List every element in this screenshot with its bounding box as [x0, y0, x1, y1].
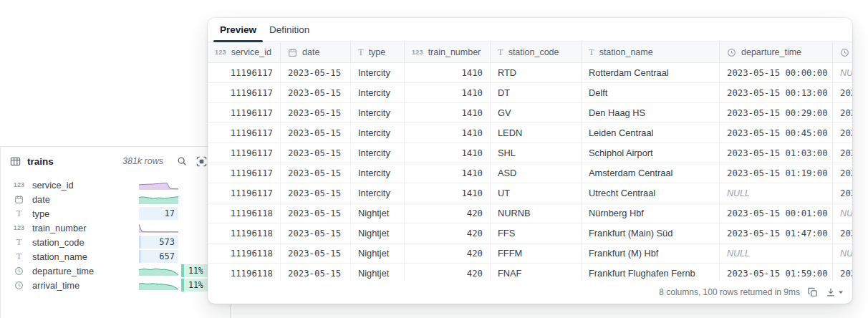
focus-table-icon[interactable]	[196, 156, 207, 167]
column-header-service_id[interactable]: 123service_id	[208, 42, 281, 62]
cell-station_name[interactable]: Den Haag HS	[582, 103, 720, 122]
cell-station_name[interactable]: Frankfurt (M) Hbf	[582, 244, 720, 263]
cell-date[interactable]: 2023-05-15	[281, 83, 351, 102]
cell-type[interactable]: Intercity	[351, 103, 405, 122]
sidebar-column-departure_time[interactable]: departure_time11%	[1, 264, 216, 278]
cell-date[interactable]: 2023-05-15	[281, 223, 351, 243]
cell-arrival_time[interactable]: NULL	[833, 63, 852, 82]
tab-definition[interactable]: Definition	[263, 18, 316, 42]
cell-type[interactable]: Nightjet	[351, 203, 405, 223]
cell-station_code[interactable]: LEDN	[491, 123, 582, 143]
cell-departure_time[interactable]: NULL	[720, 183, 833, 203]
cell-departure_time[interactable]: 2023-05-15 00:45:00	[720, 123, 833, 143]
cell-service_id[interactable]: 11196118	[208, 223, 281, 243]
sidebar-column-train_number[interactable]: 123train_number	[1, 221, 216, 235]
cell-type[interactable]: Intercity	[351, 63, 405, 82]
cell-station_name[interactable]: Amsterdam Centraal	[582, 163, 720, 183]
cell-date[interactable]: 2023-05-15	[281, 264, 351, 281]
cell-date[interactable]: 2023-05-15	[281, 244, 351, 263]
cell-departure_time[interactable]: 2023-05-15 01:19:00	[720, 163, 833, 183]
cell-service_id[interactable]: 11196117	[208, 83, 281, 102]
cell-date[interactable]: 2023-05-15	[281, 63, 351, 82]
cell-station_code[interactable]: UT	[491, 183, 582, 203]
cell-type[interactable]: Nightjet	[351, 244, 405, 263]
cell-service_id[interactable]: 11196118	[208, 203, 281, 223]
cell-train_number[interactable]: 1410	[405, 183, 491, 203]
cell-service_id[interactable]: 11196117	[208, 183, 281, 203]
cell-date[interactable]: 2023-05-15	[281, 163, 351, 183]
cell-type[interactable]: Intercity	[351, 83, 405, 102]
cell-type[interactable]: Nightjet	[351, 223, 405, 243]
cell-station_name[interactable]: Leiden Centraal	[582, 123, 720, 143]
cell-station_code[interactable]: ASD	[491, 163, 582, 183]
column-header-station_code[interactable]: Tstation_code	[491, 42, 582, 62]
cell-station_code[interactable]: FNAF	[491, 264, 582, 281]
cell-train_number[interactable]: 420	[405, 223, 491, 243]
cell-station_name[interactable]: Delft	[582, 83, 720, 102]
cell-station_name[interactable]: Frankfurt Flughafen Fernb	[582, 264, 720, 281]
search-icon[interactable]	[177, 156, 187, 166]
cell-train_number[interactable]: 420	[405, 203, 491, 223]
cell-departure_time[interactable]: 2023-05-15 00:01:00	[720, 203, 833, 223]
cell-train_number[interactable]: 420	[405, 264, 491, 281]
cell-train_number[interactable]: 1410	[405, 83, 491, 102]
column-header-station_name[interactable]: Tstation_name	[582, 42, 720, 62]
cell-departure_time[interactable]: 2023-05-15 00:13:00	[720, 83, 833, 102]
cell-train_number[interactable]: 1410	[405, 123, 491, 143]
sidebar-column-station_name[interactable]: Tstation_name657	[1, 249, 216, 264]
cell-station_code[interactable]: FFFM	[491, 244, 582, 263]
cell-departure_time[interactable]: 2023-05-15 00:00:00	[720, 63, 833, 82]
cell-date[interactable]: 2023-05-15	[281, 203, 351, 223]
cell-station_name[interactable]: Rotterdam Centraal	[582, 63, 720, 82]
cell-departure_time[interactable]: 2023-05-15 01:03:00	[720, 143, 833, 163]
cell-arrival_time[interactable]: 2023-05-15	[833, 264, 852, 281]
sidebar-column-service_id[interactable]: 123service_id	[1, 178, 216, 192]
column-header-departure_time[interactable]: departure_time	[720, 42, 833, 62]
cell-station_code[interactable]: GV	[491, 103, 582, 122]
cell-arrival_time[interactable]: 2023-05-15	[833, 83, 852, 102]
cell-train_number[interactable]: 1410	[405, 103, 491, 122]
cell-departure_time[interactable]: NULL	[720, 244, 833, 263]
cell-departure_time[interactable]: 2023-05-15 01:59:00	[720, 264, 833, 281]
column-header-date[interactable]: date	[281, 42, 351, 62]
cell-station_code[interactable]: FFS	[491, 223, 582, 243]
column-header-type[interactable]: Ttype	[351, 42, 405, 62]
cell-train_number[interactable]: 1410	[405, 163, 491, 183]
cell-arrival_time[interactable]: 2023-05-15	[833, 183, 852, 203]
export-button[interactable]	[826, 287, 844, 297]
column-header-train_number[interactable]: 123train_number	[405, 42, 491, 62]
cell-train_number[interactable]: 1410	[405, 63, 491, 82]
cell-arrival_time[interactable]: 2023-05-15	[833, 223, 852, 243]
cell-arrival_time[interactable]: 2023-05-15	[833, 103, 852, 122]
cell-station_code[interactable]: NURNB	[491, 203, 582, 223]
cell-train_number[interactable]: 420	[405, 244, 491, 263]
cell-departure_time[interactable]: 2023-05-15 00:29:00	[720, 103, 833, 122]
cell-arrival_time[interactable]: 2023-05-15	[833, 163, 852, 183]
sidebar-column-arrival_time[interactable]: arrival_time11%	[1, 278, 216, 292]
sidebar-column-date[interactable]: date	[1, 192, 216, 206]
cell-type[interactable]: Intercity	[351, 163, 405, 183]
cell-service_id[interactable]: 11196118	[208, 264, 281, 281]
tab-preview[interactable]: Preview	[213, 18, 263, 42]
column-header-arrival_time[interactable]: arrival_time	[833, 42, 852, 62]
cell-service_id[interactable]: 11196117	[208, 103, 281, 122]
cell-service_id[interactable]: 11196117	[208, 123, 281, 143]
cell-train_number[interactable]: 1410	[405, 143, 491, 163]
sidebar-column-type[interactable]: Ttype17	[1, 206, 216, 221]
cell-date[interactable]: 2023-05-15	[281, 143, 351, 163]
cell-service_id[interactable]: 11196118	[208, 244, 281, 263]
cell-arrival_time[interactable]: NULL	[833, 203, 852, 223]
cell-type[interactable]: Nightjet	[351, 264, 405, 281]
cell-service_id[interactable]: 11196117	[208, 63, 281, 82]
cell-station_name[interactable]: Frankfurt (Main) Süd	[582, 223, 720, 243]
cell-type[interactable]: Intercity	[351, 143, 405, 163]
cell-type[interactable]: Intercity	[351, 183, 405, 203]
cell-arrival_time[interactable]: 2023-05-15	[833, 143, 852, 163]
cell-station_name[interactable]: Schiphol Airport	[582, 143, 720, 163]
cell-type[interactable]: Intercity	[351, 123, 405, 143]
cell-arrival_time[interactable]: 2023-05-15	[833, 123, 852, 143]
cell-station_code[interactable]: DT	[491, 83, 582, 102]
copy-icon[interactable]	[808, 287, 818, 297]
cell-station_name[interactable]: Utrecht Centraal	[582, 183, 720, 203]
cell-date[interactable]: 2023-05-15	[281, 103, 351, 122]
